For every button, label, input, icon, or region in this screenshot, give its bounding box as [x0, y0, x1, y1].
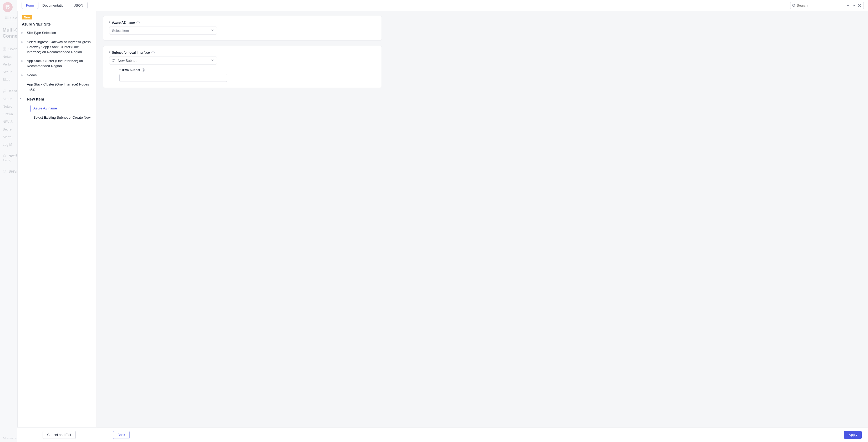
search-input[interactable]: [797, 3, 845, 7]
nav-item-new-item[interactable]: New Item: [22, 94, 96, 104]
search-icon: [792, 4, 796, 7]
tab-json[interactable]: JSON: [70, 2, 88, 9]
nav-sub-azure-az-name[interactable]: Azure AZ name: [28, 104, 96, 113]
nav-item-nodes[interactable]: Nodes: [22, 71, 96, 80]
info-icon[interactable]: i: [142, 68, 145, 71]
branch-icon: [112, 59, 116, 62]
field-label-subnet: * Subnet for local Interface i: [109, 51, 376, 55]
ipv4-subnet-input[interactable]: [119, 74, 227, 82]
bell-icon: [3, 154, 6, 158]
nav-tree: Site Type Selection Select Ingress Gatew…: [22, 28, 96, 122]
nav-subtree: Azure AZ name Select Existing Subnet or …: [28, 104, 96, 122]
select-placeholder: Select item: [112, 29, 129, 33]
svg-line-12: [795, 6, 796, 7]
info-icon: [3, 170, 6, 173]
card-subnet-local-interface: * Subnet for local Interface i New Subne…: [103, 46, 382, 88]
search-prev-icon[interactable]: [846, 4, 850, 7]
nested-ipv4: * IPv4 Subnet i: [115, 68, 376, 82]
dashboard-icon: [3, 47, 6, 51]
form-modal: Form Documentation JSON New Azure VNET S…: [18, 0, 868, 442]
search-next-icon[interactable]: [851, 4, 856, 7]
card-azure-az-name: * Azure AZ name i Select item: [103, 16, 382, 40]
nav-sub-subnet[interactable]: Select Existing Subnet or Create New: [28, 113, 96, 122]
svg-point-11: [793, 4, 795, 6]
svg-rect-9: [5, 49, 6, 51]
svg-rect-1: [6, 16, 7, 18]
footer-bar: Cancel and Exit Back Apply: [18, 427, 868, 442]
main-area: New Azure VNET Site Site Type Selection …: [18, 11, 868, 427]
caret-right-icon: [20, 97, 21, 99]
view-tabset: Form Documentation JSON: [22, 2, 88, 9]
tab-form[interactable]: Form: [22, 2, 38, 9]
nav-item-nodes-az[interactable]: App Stack Cluster (One Interface) Nodes …: [22, 80, 96, 94]
top-bar: Form Documentation JSON: [18, 0, 868, 11]
nav-tree-panel: New Azure VNET Site Site Type Selection …: [18, 11, 97, 427]
tab-documentation[interactable]: Documentation: [38, 2, 70, 9]
search-clear-icon[interactable]: [857, 4, 862, 7]
advanced-nav-link: Advanced n: [3, 437, 17, 440]
nav-item-gateway[interactable]: Select Ingress Gateway or Ingress/Egress…: [22, 38, 96, 57]
subnet-select[interactable]: New Subnet: [109, 57, 217, 64]
nav-item-appstack-region[interactable]: App Stack Cluster (One Interface) on Rec…: [22, 57, 96, 71]
chevron-down-icon: [211, 59, 214, 63]
svg-rect-4: [6, 18, 7, 19]
svg-rect-6: [3, 47, 4, 49]
azure-az-select[interactable]: Select item: [109, 27, 217, 34]
svg-rect-8: [3, 49, 4, 51]
back-button[interactable]: Back: [113, 431, 130, 439]
nav-title: Azure VNET Site: [22, 22, 92, 26]
svg-rect-0: [5, 16, 6, 18]
search-box[interactable]: [790, 2, 864, 9]
apply-button[interactable]: Apply: [844, 431, 862, 439]
f5-logo: [3, 2, 12, 12]
svg-rect-7: [5, 47, 6, 49]
svg-point-10: [3, 170, 6, 173]
grid-icon: [5, 16, 9, 20]
chevron-down-icon: [211, 29, 214, 33]
nav-item-site-type[interactable]: Site Type Selection: [22, 28, 96, 38]
wrench-icon: [3, 89, 6, 93]
select-value: New Subnet: [118, 59, 136, 63]
info-icon[interactable]: i: [136, 21, 140, 24]
info-icon[interactable]: i: [151, 51, 155, 54]
new-badge: New: [22, 15, 32, 20]
cancel-and-exit-button[interactable]: Cancel and Exit: [42, 431, 75, 439]
field-label-az: * Azure AZ name i: [109, 21, 376, 25]
field-label-ipv4: * IPv4 Subnet i: [119, 68, 376, 72]
svg-rect-2: [8, 16, 9, 18]
svg-rect-3: [5, 18, 6, 19]
form-content: * Azure AZ name i Select item * Subnet f…: [97, 11, 868, 427]
svg-rect-5: [8, 18, 9, 19]
